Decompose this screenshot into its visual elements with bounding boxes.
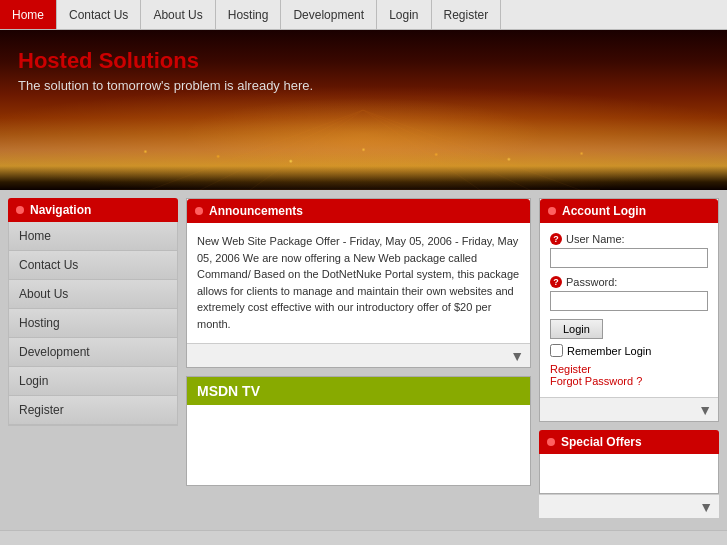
- password-label-text: Password:: [566, 276, 617, 288]
- remember-label: Remember Login: [567, 345, 651, 357]
- username-help-icon: ?: [550, 233, 562, 245]
- special-offers-scroll-icon[interactable]: ▼: [699, 499, 713, 515]
- username-label-text: User Name:: [566, 233, 625, 245]
- announcements-footer: ▼: [187, 343, 530, 367]
- sidebar-about-us[interactable]: About Us: [9, 280, 177, 309]
- sidebar-contact-us[interactable]: Contact Us: [9, 251, 177, 280]
- footer: Terms Of Use | Privacy Statement Copyrig…: [0, 530, 727, 545]
- login-scroll-icon[interactable]: ▼: [698, 402, 712, 418]
- navigation-header-label: Navigation: [30, 203, 91, 217]
- top-navigation: Home Contact Us About Us Hosting Develop…: [0, 0, 727, 30]
- sidebar-home[interactable]: Home: [9, 222, 177, 251]
- navigation-panel-header: Navigation: [8, 198, 178, 222]
- svg-line-3: [363, 110, 580, 190]
- special-offers-body: [539, 454, 719, 494]
- login-panel-footer: ▼: [540, 397, 718, 421]
- msdn-tv-body: [187, 405, 530, 485]
- svg-line-4: [200, 110, 363, 190]
- login-panel-header: Account Login: [540, 199, 718, 223]
- remember-checkbox[interactable]: [550, 344, 563, 357]
- msdn-tv-panel: MSDN TV: [186, 376, 531, 486]
- password-field-label: ? Password:: [550, 276, 708, 288]
- password-help-icon: ?: [550, 276, 562, 288]
- banner-title: Hosted Solutions: [18, 48, 313, 74]
- banner-text: Hosted Solutions The solution to tomorro…: [18, 48, 313, 93]
- svg-line-5: [363, 110, 530, 190]
- main-content: Navigation Home Contact Us About Us Host…: [0, 190, 727, 530]
- announcements-panel: Announcements New Web Site Package Offer…: [186, 198, 531, 368]
- password-input[interactable]: [550, 291, 708, 311]
- banner-subtitle: The solution to tomorrow's problem is al…: [18, 78, 313, 93]
- nav-home[interactable]: Home: [0, 0, 57, 29]
- nav-development[interactable]: Development: [281, 0, 377, 29]
- sidebar-register[interactable]: Register: [9, 396, 177, 425]
- banner: Hosted Solutions The solution to tomorro…: [0, 30, 727, 190]
- svg-line-6: [250, 110, 363, 190]
- forgot-password-link[interactable]: Forgot Password ?: [550, 375, 708, 387]
- login-header-label: Account Login: [562, 204, 646, 218]
- login-button[interactable]: Login: [550, 319, 603, 339]
- svg-line-2: [150, 110, 363, 190]
- special-offers-panel: Special Offers ▼: [539, 430, 719, 518]
- right-column: Account Login ? User Name: ? Password: L…: [539, 198, 719, 522]
- special-offers-header-label: Special Offers: [561, 435, 642, 449]
- login-body: ? User Name: ? Password: Login Remember …: [540, 223, 718, 397]
- remember-login-row: Remember Login: [550, 344, 708, 357]
- sidebar-login[interactable]: Login: [9, 367, 177, 396]
- nav-login[interactable]: Login: [377, 0, 431, 29]
- nav-hosting[interactable]: Hosting: [216, 0, 282, 29]
- login-panel: Account Login ? User Name: ? Password: L…: [539, 198, 719, 422]
- msdn-tv-header: MSDN TV: [187, 377, 530, 405]
- scroll-arrows-icon[interactable]: ▼: [510, 348, 524, 364]
- announcements-header-label: Announcements: [209, 204, 303, 218]
- nav-contact-us[interactable]: Contact Us: [57, 0, 141, 29]
- special-offers-dot: [547, 438, 555, 446]
- nav-register[interactable]: Register: [432, 0, 502, 29]
- sidebar-hosting[interactable]: Hosting: [9, 309, 177, 338]
- middle-column: Announcements New Web Site Package Offer…: [186, 198, 531, 522]
- username-input[interactable]: [550, 248, 708, 268]
- login-header-dot: [548, 207, 556, 215]
- sidebar-development[interactable]: Development: [9, 338, 177, 367]
- nav-about-us[interactable]: About Us: [141, 0, 215, 29]
- announcements-dot: [195, 207, 203, 215]
- sidebar-nav-links: Home Contact Us About Us Hosting Develop…: [8, 222, 178, 426]
- special-offers-header: Special Offers: [539, 430, 719, 454]
- announcements-body: New Web Site Package Offer - Friday, May…: [187, 223, 530, 343]
- announcements-header: Announcements: [187, 199, 530, 223]
- left-column: Navigation Home Contact Us About Us Host…: [8, 198, 178, 522]
- svg-line-7: [363, 110, 480, 190]
- nav-header-dot: [16, 206, 24, 214]
- username-field-label: ? User Name:: [550, 233, 708, 245]
- special-offers-footer: ▼: [539, 494, 719, 518]
- register-link[interactable]: Register: [550, 363, 708, 375]
